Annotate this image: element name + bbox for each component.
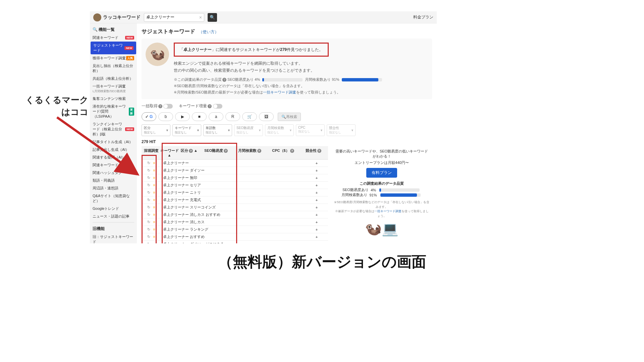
sidebar-item[interactable]: Googleトレンド bbox=[90, 205, 137, 213]
info-icon[interactable]: ? bbox=[290, 149, 294, 153]
refresh-icon[interactable]: ↻ bbox=[147, 213, 150, 217]
sidebar-item[interactable]: 旧：サジェストキーワード bbox=[90, 233, 137, 243]
engine-button[interactable]: 🖼 bbox=[259, 112, 274, 121]
kubun-cell: + bbox=[307, 220, 327, 224]
menu-icon[interactable]: ≡ bbox=[153, 242, 155, 243]
table-row[interactable]: ↻≡卓上クリーナー 無印+ bbox=[142, 174, 328, 182]
refresh-icon[interactable]: ↻ bbox=[147, 176, 150, 180]
info-icon[interactable]: ? bbox=[257, 149, 261, 153]
bulk-toggle[interactable] bbox=[163, 104, 173, 109]
refresh-icon[interactable]: ↻ bbox=[147, 168, 150, 173]
pricing-link[interactable]: 料金プラン bbox=[413, 14, 433, 20]
menu-icon[interactable]: ≡ bbox=[153, 198, 155, 202]
sidebar-item[interactable]: Q&Aサイト（知恵袋など） bbox=[90, 192, 137, 205]
filter-select[interactable]: キーワード指定なし▼ bbox=[172, 124, 201, 136]
expand-toggle[interactable] bbox=[213, 104, 222, 109]
table-row[interactable]: ↻≡卓上クリーナー 消しカス+ bbox=[142, 219, 328, 226]
app-logo[interactable]: ラッコキーワード bbox=[93, 13, 141, 21]
col-cpc[interactable]: CPC（$） bbox=[272, 148, 289, 153]
info-icon[interactable]: ? bbox=[224, 149, 228, 153]
col-kubun[interactable]: 区分 bbox=[181, 148, 188, 153]
refresh-icon[interactable]: ↻ bbox=[147, 190, 150, 195]
table-row[interactable]: ↻≡卓上クリーナー 充電式+ bbox=[142, 196, 328, 204]
research-button[interactable]: 🔍再検索 bbox=[278, 113, 301, 121]
table-row[interactable]: ↻≡卓上クリーナー スリーコインズ+ bbox=[142, 204, 328, 211]
filter-select: 月間検索数指定なし▼ bbox=[265, 124, 294, 136]
table-row[interactable]: ↻≡卓上クリーナー ニトリ+ bbox=[142, 189, 328, 196]
info-icon[interactable]: ? bbox=[317, 149, 321, 153]
sidebar-item[interactable]: 獲得キーワード調査人気 bbox=[90, 54, 137, 62]
menu-icon[interactable]: ≡ bbox=[153, 161, 155, 165]
refresh-icon[interactable]: ↻ bbox=[147, 220, 150, 224]
chevron-down-icon: ▼ bbox=[351, 129, 354, 132]
table-row[interactable]: ↻≡卓上クリーナー 消しカス おすすめ+ bbox=[142, 211, 328, 219]
expand-toggle-label: キーワード増量 bbox=[179, 104, 207, 108]
clear-icon[interactable]: × bbox=[199, 15, 202, 20]
search-button[interactable]: 🔍 bbox=[208, 13, 217, 22]
sidebar-item[interactable]: 共起語（検索上位分析） bbox=[90, 75, 137, 82]
help-link[interactable]: （使い方） bbox=[199, 29, 219, 34]
menu-icon[interactable]: ≡ bbox=[153, 183, 155, 187]
col-deep[interactable]: 深堀調査 bbox=[143, 148, 160, 157]
sidebar-item[interactable]: 関連キーワードNEW bbox=[90, 34, 137, 42]
menu-icon[interactable]: ≡ bbox=[153, 190, 155, 195]
menu-icon[interactable]: ≡ bbox=[153, 220, 155, 224]
table-row[interactable]: ↻≡卓上クリーナー+ bbox=[142, 160, 328, 167]
sidebar-item[interactable]: サジェストキーワードNEW bbox=[91, 42, 136, 54]
refresh-icon[interactable]: ↻ bbox=[147, 242, 150, 243]
search-input-wrapper[interactable]: × bbox=[144, 13, 204, 22]
chevron-down-icon: ▼ bbox=[166, 129, 169, 132]
menu-icon[interactable]: ≡ bbox=[153, 168, 155, 173]
engine-row: ✓ Gb▶■aR🛒🖼🔍再検索 bbox=[142, 112, 432, 121]
info-icon[interactable]: ? bbox=[189, 149, 193, 153]
menu-icon[interactable]: ≡ bbox=[153, 227, 155, 232]
sidebar-item[interactable]: ニュース・話題の記事 bbox=[90, 213, 137, 220]
keyword-cell: 卓上クリーナー ニトリ bbox=[160, 190, 307, 195]
promo-bulk-link[interactable]: 一括キーワード調査 bbox=[374, 209, 401, 213]
menu-icon[interactable]: ≡ bbox=[153, 176, 155, 180]
kubun-cell: + bbox=[307, 213, 327, 217]
keyword-cell: 卓上クリーナー 充電式 bbox=[160, 197, 307, 202]
engine-button[interactable]: ■ bbox=[192, 112, 207, 121]
col-keyword[interactable]: キーワード bbox=[160, 148, 179, 153]
table-row[interactable]: ↻≡卓上クリーナー おすすめ+ bbox=[142, 233, 328, 241]
info-icon[interactable]: ? bbox=[158, 104, 162, 108]
info-icon[interactable]: ? bbox=[222, 78, 226, 82]
volume-meter bbox=[342, 78, 382, 81]
sidebar-item[interactable]: 集客コンテンツ検索 bbox=[90, 95, 137, 103]
keyword-cell: 卓上クリーナー ダイソー どこにある bbox=[160, 242, 307, 243]
annotation-arrow-icon bbox=[50, 111, 144, 181]
engine-button[interactable]: 🛒 bbox=[242, 112, 257, 121]
plan-button[interactable]: 有料プラン bbox=[366, 168, 397, 178]
refresh-icon[interactable]: ↻ bbox=[147, 198, 150, 202]
menu-icon[interactable]: ≡ bbox=[153, 213, 155, 217]
info-icon[interactable]: ? bbox=[208, 104, 212, 108]
app-name: ラッコキーワード bbox=[103, 14, 141, 20]
engine-button[interactable]: ▶ bbox=[175, 112, 190, 121]
table-row[interactable]: ↻≡卓上クリーナー ランキング+ bbox=[142, 226, 328, 233]
refresh-icon[interactable]: ↻ bbox=[147, 235, 150, 239]
col-volume[interactable]: 月間検索数 bbox=[238, 148, 257, 153]
sidebar-item[interactable]: 周辺語・連想語 bbox=[90, 184, 137, 192]
sidebar-item[interactable]: 見出し抽出（検索上位分析） bbox=[90, 62, 137, 75]
engine-button[interactable]: b bbox=[158, 112, 173, 121]
search-input[interactable] bbox=[146, 15, 198, 20]
refresh-icon[interactable]: ↻ bbox=[147, 205, 150, 209]
engine-button[interactable]: a bbox=[209, 112, 223, 121]
engine-button[interactable]: R bbox=[225, 112, 240, 121]
refresh-icon[interactable]: ↻ bbox=[147, 161, 150, 165]
refresh-icon[interactable]: ↻ bbox=[147, 183, 150, 187]
main-content: サジェストキーワード （使い方） 🦦 「卓上クリーナー」に関連するサジェストキー… bbox=[137, 23, 437, 243]
menu-icon[interactable]: ≡ bbox=[153, 235, 155, 239]
filter-select[interactable]: 区分指定なし▼ bbox=[142, 124, 170, 136]
refresh-icon[interactable]: ↻ bbox=[147, 227, 150, 232]
filter-select[interactable]: 単語数指定なし▼ bbox=[203, 124, 232, 136]
col-competition[interactable]: 競合性 bbox=[306, 148, 317, 153]
table-row[interactable]: ↻≡卓上クリーナー ダイソー どこにある++ bbox=[142, 241, 328, 243]
table-row[interactable]: ↻≡卓上クリーナー セリア+ bbox=[142, 182, 328, 189]
menu-icon[interactable]: ≡ bbox=[153, 205, 155, 209]
col-seo[interactable]: SEO難易度 bbox=[204, 148, 223, 153]
sidebar-item[interactable]: 一括キーワード調査L月間検索数/SEO難易度 bbox=[90, 82, 137, 95]
bulk-research-link[interactable]: 一括キーワード調査 bbox=[263, 90, 296, 94]
table-row[interactable]: ↻≡卓上クリーナー ダイソー+ bbox=[142, 167, 328, 174]
